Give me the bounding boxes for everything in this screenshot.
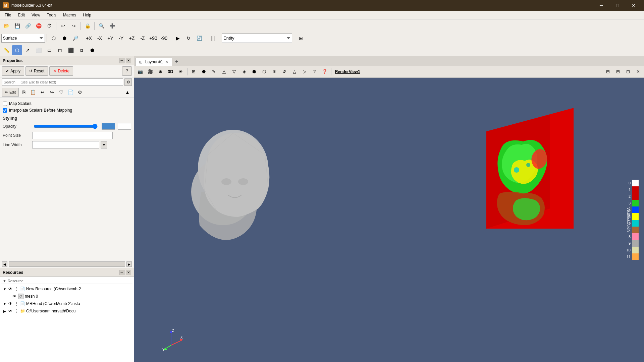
tri-btn[interactable]: △ <box>290 67 299 76</box>
entity-dropdown[interactable]: Entity Cell Point <box>222 34 292 43</box>
add-tab-button[interactable]: + <box>173 58 181 66</box>
menu-macros[interactable]: Macros <box>60 11 79 19</box>
select-surf2-btn[interactable]: ▽ <box>229 67 239 76</box>
resource-item-3[interactable]: ▶ 👁 ⋮ 📁 C:\Users\sam.horvath\Docu <box>1 307 132 315</box>
paste-button[interactable]: 📋 <box>29 88 38 97</box>
properties-close-btn[interactable]: ✕ <box>126 58 131 63</box>
visibility-icon-3[interactable]: 👁 <box>8 309 13 313</box>
rotate-pos90-btn[interactable]: +90 <box>148 33 158 43</box>
select-poly-btn[interactable]: ⬟ <box>199 67 209 76</box>
tab-close-1[interactable]: ✕ <box>165 60 168 64</box>
opacity-value-input[interactable]: 1 <box>118 123 131 130</box>
menu-tools[interactable]: Tools <box>44 11 60 19</box>
invert-btn[interactable]: ↺ <box>280 67 289 76</box>
opacity-slider[interactable] <box>34 124 98 128</box>
view-screenshot-btn[interactable]: 📷 <box>136 67 145 76</box>
sphere-rep-btn[interactable]: ⬡ <box>12 45 22 55</box>
search-input[interactable] <box>2 78 123 86</box>
resource-item-1[interactable]: ▼ 👁 ⋮ 📄 New Resource (C:\work\cmb-2 <box>1 285 132 293</box>
tri2-btn[interactable]: ▷ <box>300 67 309 76</box>
interactive-btn[interactable]: ▶ <box>173 33 183 43</box>
close-view-btn[interactable]: ✕ <box>633 67 643 76</box>
visibility-icon-2[interactable]: 👁 <box>8 301 13 306</box>
plane-rep-btn[interactable]: ◻ <box>55 45 65 55</box>
more-btn[interactable]: ||| <box>208 33 218 43</box>
cylinder-rep-btn[interactable]: ▭ <box>44 45 54 55</box>
clipboard-button[interactable]: 📄 <box>66 88 75 97</box>
line-width-input[interactable]: 1 <box>32 141 99 148</box>
rotate-neg90-btn[interactable]: -90 <box>159 33 169 43</box>
split-h-btn[interactable]: ⊟ <box>603 67 612 76</box>
connect-button[interactable]: 🔗 <box>23 21 33 31</box>
zoom-reset-btn[interactable]: 🔄 <box>194 33 204 43</box>
translate-y-neg-btn[interactable]: -Y <box>116 33 126 43</box>
resources-minimize-btn[interactable]: ─ <box>119 270 124 275</box>
contour-rep-btn[interactable]: ⬟ <box>87 45 97 55</box>
measure-btn[interactable]: 📏 <box>1 45 11 55</box>
translate-x-pos-btn[interactable]: +X <box>84 33 94 43</box>
visibility-icon-child-1[interactable]: 👁 <box>12 294 17 299</box>
scroll-left-button[interactable]: ◀ <box>2 261 7 267</box>
resource-item-2[interactable]: ▼ 👁 ⋮ 📄 MRHead (C:\work\cmb-2\insta <box>1 300 132 307</box>
open-folder-button[interactable]: 📂 <box>1 21 11 31</box>
copy-button[interactable]: ⎘ <box>19 88 28 97</box>
layout-tab-1[interactable]: ⊞ Layout #1 ✕ <box>136 58 172 66</box>
block-select-btn[interactable]: ⬡ <box>260 67 269 76</box>
select-region-btn[interactable]: ⊞ <box>189 67 199 76</box>
maximize-button[interactable]: □ <box>610 0 625 11</box>
apply-button[interactable]: ✔ Apply <box>2 66 24 76</box>
select-surf-btn[interactable]: △ <box>219 67 229 76</box>
reset-button[interactable]: ↺ Reset <box>25 66 48 76</box>
save-button[interactable]: 💾 <box>12 21 22 31</box>
query-btn[interactable]: ◈ <box>239 67 249 76</box>
question2-btn[interactable]: ❓ <box>320 67 329 76</box>
translate-z-neg-btn[interactable]: -Z <box>138 33 148 43</box>
resources-close-btn[interactable]: ✕ <box>126 270 131 275</box>
point-size-input[interactable]: 6 <box>32 132 113 139</box>
translate-y-pos-btn[interactable]: +Y <box>105 33 115 43</box>
map-scalars-checkbox[interactable] <box>3 102 7 106</box>
question-btn[interactable]: ? <box>310 67 319 76</box>
visibility-icon-1[interactable]: 👁 <box>8 287 13 291</box>
minimize-button[interactable]: ─ <box>594 0 609 11</box>
redo-button[interactable]: ↪ <box>69 21 79 31</box>
add-button[interactable]: ➕ <box>107 21 117 31</box>
view-pick-btn[interactable]: ⊕ <box>156 67 165 76</box>
interpolate-checkbox[interactable] <box>3 108 7 113</box>
properties-minimize-btn[interactable]: ─ <box>119 58 124 63</box>
split-v-btn[interactable]: ⊞ <box>613 67 623 76</box>
scroll-track[interactable] <box>9 261 125 267</box>
maximize-view-btn[interactable]: ⊡ <box>623 67 633 76</box>
edit-settings-button[interactable]: ⚙ <box>76 88 85 97</box>
heart-button[interactable]: ♡ <box>57 88 66 97</box>
interact-select-btn[interactable]: ⬢ <box>250 67 259 76</box>
disconnect-button[interactable]: ⛔ <box>34 21 44 31</box>
cube-rep-btn[interactable]: ⬜ <box>34 45 44 55</box>
view-sunlight-btn[interactable]: ☀ <box>176 67 185 76</box>
freeze-btn[interactable]: ❄ <box>270 67 279 76</box>
zoom-to-box-btn[interactable]: 🔎 <box>70 33 80 43</box>
timer-button[interactable]: ⏱ <box>44 21 54 31</box>
scroll-right-button[interactable]: ▶ <box>126 261 132 267</box>
translate-z-pos-btn[interactable]: +Z <box>127 33 137 43</box>
select-points-btn[interactable]: ⬢ <box>59 33 69 43</box>
translate-x-neg-btn[interactable]: -X <box>95 33 105 43</box>
entity-select-btn[interactable]: ⊞ <box>296 33 306 43</box>
select-cells-btn[interactable]: ⬡ <box>49 33 59 43</box>
menu-help[interactable]: Help <box>79 11 95 19</box>
edit-button[interactable]: ✏ Edit <box>2 88 19 97</box>
box-rep-btn[interactable]: ⧈ <box>76 45 87 55</box>
menu-edit[interactable]: Edit <box>14 11 28 19</box>
view-camera-btn[interactable]: 🎥 <box>146 67 155 76</box>
arrow-rep-btn[interactable]: ↗ <box>23 45 33 55</box>
select-free-btn[interactable]: ✎ <box>209 67 219 76</box>
rotate-btn[interactable]: ↻ <box>183 33 194 43</box>
menu-file[interactable]: File <box>1 11 14 19</box>
help-button[interactable]: ? <box>122 66 132 76</box>
menu-view[interactable]: View <box>28 11 44 19</box>
camera-link-button[interactable]: 🔒 <box>83 21 93 31</box>
select-button[interactable]: 🔍 <box>96 21 106 31</box>
search-settings-button[interactable]: ⚙ <box>124 78 132 86</box>
point-rep-btn[interactable]: ⬛ <box>66 45 76 55</box>
resource-child-1[interactable]: 👁 ⬡ mesh 0 <box>1 293 132 300</box>
